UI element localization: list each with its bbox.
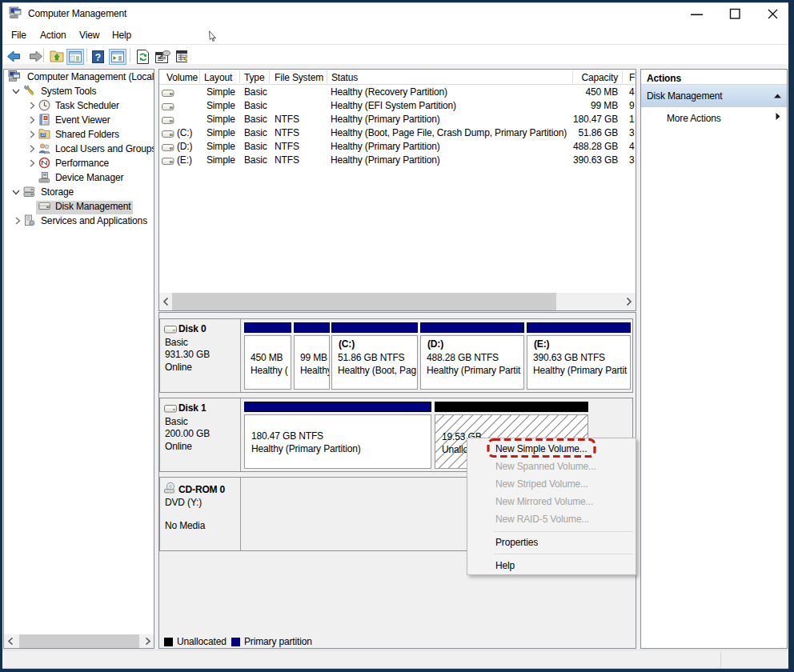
svg-text:?: ?	[95, 52, 101, 63]
svg-text:23: 23	[41, 133, 46, 137]
